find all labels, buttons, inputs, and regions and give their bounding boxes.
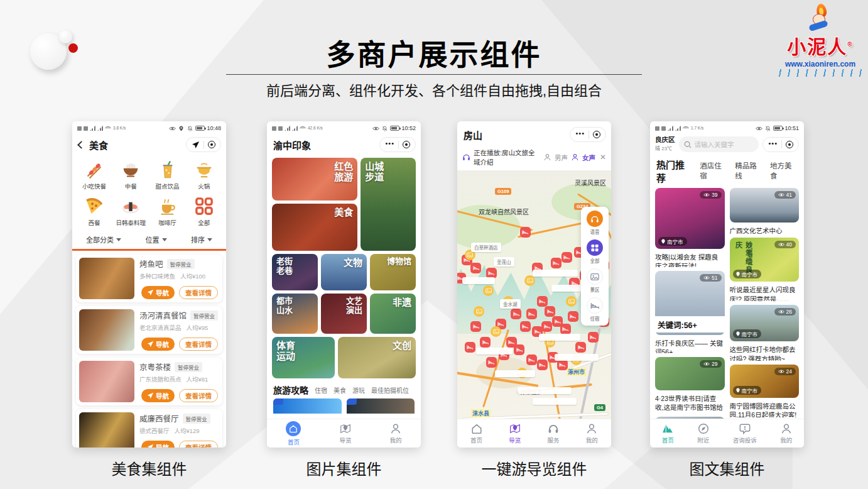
back-icon[interactable] <box>77 141 85 149</box>
map-chip[interactable] <box>555 354 599 361</box>
restaurant-card[interactable]: 威廉西餐厅暂停营业 德式西餐厅人均¥129 导航 查看详情 <box>76 409 222 448</box>
strategy-tab-food[interactable]: 美食 <box>334 385 346 395</box>
feed-card-image[interactable]: 26 南宁市 <box>730 305 800 341</box>
close-icon[interactable]: ✕ <box>600 153 606 162</box>
female-voice-label[interactable]: 女声 <box>582 153 595 162</box>
stay-marker[interactable] <box>486 357 497 368</box>
target-icon[interactable] <box>403 141 410 148</box>
stay-marker[interactable] <box>560 324 571 334</box>
stay-marker[interactable] <box>520 321 531 332</box>
stay-marker[interactable] <box>480 337 491 348</box>
stay-marker[interactable] <box>465 342 475 353</box>
view-details-button[interactable]: 查看详情 <box>179 286 218 299</box>
strategy-tab-stay[interactable]: 住宿 <box>315 385 327 395</box>
tab-hotel[interactable]: 酒店住宿 <box>700 160 727 180</box>
category-dessert[interactable]: 甜点饮品 <box>149 160 186 190</box>
stay-marker[interactable] <box>520 227 531 238</box>
tab-guide[interactable]: 导览 <box>339 423 351 444</box>
restaurant-card[interactable]: 汤河清真餐馆暂停营业 老北京清真菜品人均¥95 导航 查看详情 <box>76 306 222 354</box>
view-details-button[interactable]: 查看详情 <box>179 389 218 402</box>
stay-marker[interactable] <box>514 344 524 355</box>
stay-marker[interactable] <box>511 309 521 319</box>
tile-heritage[interactable]: 非遗 <box>370 294 416 334</box>
stay-marker[interactable] <box>541 321 552 332</box>
map-chip[interactable] <box>533 398 577 405</box>
map-chip[interactable]: 白草畔酒店 <box>471 243 501 252</box>
feed-card-image[interactable]: 24 南宁市 <box>730 365 800 398</box>
view-details-button[interactable]: 查看详情 <box>179 338 218 351</box>
tab-home[interactable]: 首页 <box>470 423 482 444</box>
category-all[interactable]: 全部 <box>186 197 222 227</box>
restaurant-card[interactable]: 烤鱼吧暂停营业 多种口味烤鱼人均¥100 导航 查看详情 <box>76 255 222 302</box>
all-button[interactable]: 全部 <box>587 239 603 264</box>
tab-mine[interactable]: 我的 <box>586 423 598 444</box>
stay-marker[interactable] <box>588 332 599 343</box>
stay-marker[interactable] <box>526 354 537 365</box>
tab-routes[interactable]: 精品路线 <box>735 160 762 180</box>
navigate-button[interactable]: 导航 <box>141 338 175 351</box>
tile-red-tourism[interactable]: 红色 旅游 <box>272 158 357 201</box>
map-chip[interactable]: 圣莲山 <box>494 257 514 266</box>
stay-button[interactable]: 住宿 <box>587 297 603 322</box>
stay-marker[interactable] <box>545 306 555 317</box>
navigate-button[interactable]: 导航 <box>141 286 175 299</box>
tile-old-street[interactable]: 老街 老巷 <box>272 254 318 290</box>
stay-marker[interactable] <box>526 309 537 319</box>
feed-caption[interactable]: 这些网红打卡地你都去过吗? 强荐方特哟~ <box>730 345 800 361</box>
map-chip[interactable] <box>533 270 578 277</box>
female-voice-icon[interactable] <box>571 153 579 161</box>
feed-caption[interactable]: 4·23世界读书日|请查收,这是南宁市图书馆给你的… <box>655 394 725 413</box>
feed-card-image[interactable]: 40 妙笔绘良庆 良城游记 南宁市 <box>730 238 800 282</box>
miniprogram-capsule[interactable]: ••• <box>570 127 606 142</box>
tile-food[interactable]: 美食 <box>272 204 357 251</box>
navigate-button[interactable]: 导航 <box>141 441 175 448</box>
miniprogram-capsule[interactable]: ••• <box>379 137 416 152</box>
target-icon[interactable] <box>786 141 793 148</box>
tile-performance[interactable]: 文艺 演出 <box>321 294 367 334</box>
tile-sports[interactable]: 体育 运动 <box>272 337 335 378</box>
map-chip[interactable] <box>495 370 535 377</box>
locate-arrow-icon[interactable] <box>192 141 200 149</box>
feed-caption[interactable]: 乐打卡良庆区—— 关键词56+ <box>655 339 725 353</box>
map-chip[interactable] <box>476 348 513 354</box>
feed-caption[interactable]: 广西文化艺术中心 <box>730 226 800 234</box>
category-western[interactable]: 西餐 <box>76 197 112 227</box>
miniprogram-capsule[interactable] <box>186 137 221 152</box>
tile-trail[interactable]: 山城 步道 <box>361 158 416 251</box>
scenic-marker[interactable] <box>491 326 501 337</box>
feed-caption[interactable]: 听说最近星星人闪现良庆!? 原因竟然是…… <box>730 285 800 301</box>
stay-marker[interactable] <box>568 311 578 322</box>
location-weather[interactable]: 良庆区晴 23℃ <box>655 136 675 151</box>
category-hotpot[interactable]: 火锅 <box>186 160 222 190</box>
search-bar[interactable] <box>679 136 759 152</box>
stay-marker[interactable] <box>561 252 572 263</box>
tab-mine[interactable]: 我的 <box>780 423 792 444</box>
feed-card-image[interactable]: 51 关键词:56+ 南宁市 <box>655 271 725 335</box>
filter-location[interactable]: 位置 <box>146 234 167 245</box>
feed-card-image[interactable]: 39 南宁市 <box>655 188 725 249</box>
stay-marker[interactable] <box>470 321 481 332</box>
tab-hot[interactable]: 热门推荐 <box>656 158 692 184</box>
filter-sort[interactable]: 排序 <box>191 234 212 245</box>
tile-cityscape[interactable]: 都市 山水 <box>272 294 318 334</box>
tile-museum[interactable]: 博物馆 <box>370 254 416 290</box>
male-voice-label[interactable]: 男声 <box>555 153 568 162</box>
tab-home[interactable]: 首页 <box>662 423 674 444</box>
strategy-card[interactable] <box>273 398 342 414</box>
navigate-button[interactable]: 导航 <box>141 389 175 402</box>
tab-guide[interactable]: 导览 <box>509 423 521 444</box>
voice-button[interactable]: 语音 <box>587 211 603 235</box>
tour-map[interactable]: G109 G234 G4 灵溪风景区 双龙峡自然风景区 孙家庄乡 涿州市 涞水县… <box>457 170 611 426</box>
stay-marker[interactable] <box>537 360 548 370</box>
scenic-marker[interactable] <box>524 275 535 286</box>
feed-card-image[interactable]: 41 <box>730 188 800 223</box>
tab-feedback[interactable]: 咨询投诉 <box>733 423 757 444</box>
tab-mine[interactable]: 我的 <box>389 423 401 444</box>
category-asian[interactable]: 日韩泰料理 <box>112 197 149 227</box>
map-chip[interactable] <box>518 387 572 394</box>
category-cafe[interactable]: 咖啡厅 <box>149 197 186 227</box>
stay-marker[interactable] <box>537 296 548 307</box>
tile-relics[interactable]: 文物 <box>321 254 367 290</box>
feed-card-image[interactable]: 29 <box>655 357 725 390</box>
stay-marker[interactable] <box>557 360 568 370</box>
